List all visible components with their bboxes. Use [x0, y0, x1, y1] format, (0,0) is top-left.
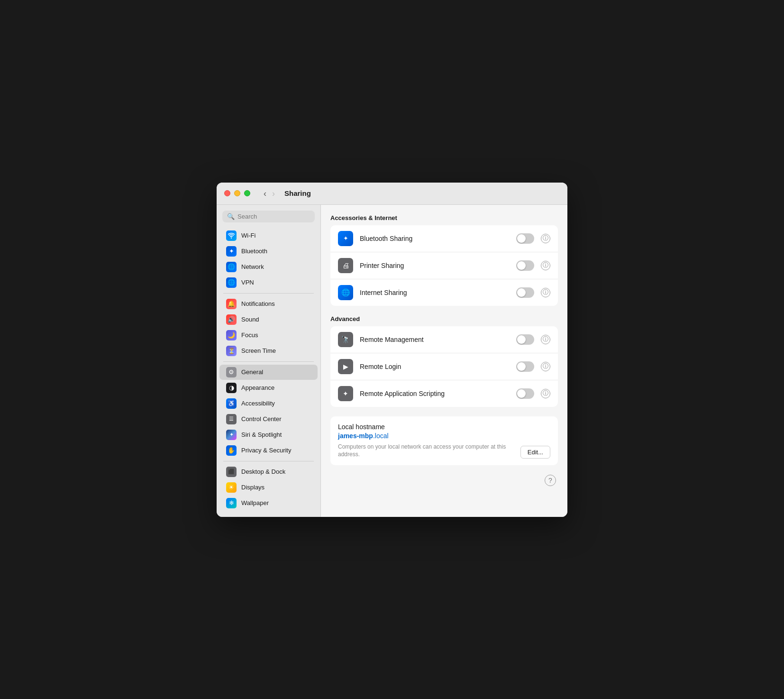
bottom-bar: ?: [330, 475, 558, 488]
divider: [223, 293, 314, 294]
sidebar-item-desktop[interactable]: ⬛ Desktop & Dock: [219, 464, 318, 479]
help-button[interactable]: ?: [545, 475, 556, 486]
bluetooth-sharing-label: Bluetooth Sharing: [360, 235, 510, 242]
screentime-icon: ⏳: [226, 346, 237, 356]
sidebar-item-siri[interactable]: ✦ Siri & Spotlight: [219, 427, 318, 442]
fullscreen-button[interactable]: [244, 190, 250, 196]
window-title: Sharing: [284, 189, 311, 197]
printer-sharing-info[interactable]: ⓘ: [541, 261, 550, 270]
search-input[interactable]: [237, 213, 310, 220]
system-preferences-window: ‹ › Sharing 🔍 Wi-Fi: [217, 183, 567, 517]
sidebar-item-general[interactable]: ⚙ General: [219, 365, 318, 380]
sidebar-item-screentime[interactable]: ⏳ Screen Time: [219, 343, 318, 359]
hostname-content: Local hostname james-mbp.local Computers…: [338, 423, 513, 459]
sidebar-item-label: Privacy & Security: [241, 447, 291, 454]
vpn-icon: 🌐: [226, 277, 237, 288]
divider: [223, 461, 314, 461]
sidebar-item-privacy[interactable]: ✋ Privacy & Security: [219, 443, 318, 458]
hostname-bold: james-mbp: [338, 432, 373, 440]
sidebar-item-label: Wi-Fi: [241, 232, 255, 239]
sidebar-item-label: Appearance: [241, 384, 274, 391]
printer-sharing-icon: 🖨: [338, 258, 353, 273]
hostname-label: Local hostname: [338, 423, 513, 431]
sidebar-item-label: Bluetooth: [241, 248, 267, 255]
bluetooth-icon: ✦: [226, 246, 237, 257]
remote-scripting-label: Remote Application Scripting: [360, 390, 510, 397]
sound-icon: 🔊: [226, 314, 237, 325]
minimize-button[interactable]: [234, 190, 240, 196]
remote-management-row: 🔭 Remote Management ⓘ: [330, 326, 558, 353]
desktop-icon: ⬛: [226, 467, 237, 477]
forward-button[interactable]: ›: [270, 189, 277, 198]
remote-login-label: Remote Login: [360, 363, 510, 370]
titlebar: ‹ › Sharing: [217, 183, 567, 205]
bluetooth-sharing-toggle[interactable]: [516, 233, 534, 244]
search-box[interactable]: 🔍: [222, 211, 315, 222]
sidebar-item-label: VPN: [241, 279, 254, 286]
remote-management-label: Remote Management: [360, 336, 510, 343]
hostname-description: Computers on your local network can acce…: [338, 443, 513, 459]
sidebar-item-notifications[interactable]: 🔔 Notifications: [219, 296, 318, 312]
printer-sharing-label: Printer Sharing: [360, 262, 510, 269]
remote-management-toggle[interactable]: [516, 334, 534, 345]
svg-text:✦: ✦: [343, 235, 348, 242]
sidebar: 🔍 Wi-Fi ✦ Bluetooth: [217, 205, 321, 517]
wifi-icon: [226, 230, 237, 241]
accessories-card: ✦ Bluetooth Sharing ⓘ 🖨 Printer Sharing …: [330, 225, 558, 306]
sidebar-item-appearance[interactable]: ◑ Appearance: [219, 380, 318, 395]
sidebar-item-sound[interactable]: 🔊 Sound: [219, 312, 318, 327]
notifications-icon: 🔔: [226, 299, 237, 309]
search-icon: 🔍: [227, 213, 235, 220]
sidebar-item-displays[interactable]: ☀ Displays: [219, 480, 318, 495]
remote-login-toggle[interactable]: [516, 361, 534, 372]
main-content: Accessories & Internet ✦ Bluetooth Shari…: [321, 205, 567, 517]
sidebar-item-wallpaper[interactable]: ❄ Wallpaper: [219, 496, 318, 511]
sidebar-item-label: Desktop & Dock: [241, 468, 285, 475]
sidebar-item-accessibility[interactable]: ♿ Accessibility: [219, 396, 318, 411]
remote-login-info[interactable]: ⓘ: [541, 362, 550, 371]
sidebar-item-bluetooth[interactable]: ✦ Bluetooth: [219, 244, 318, 259]
hostname-value: james-mbp.local: [338, 432, 513, 440]
sidebar-item-label: Network: [241, 263, 264, 270]
hostname-card: Local hostname james-mbp.local Computers…: [330, 416, 558, 466]
internet-sharing-toggle[interactable]: [516, 287, 534, 298]
general-icon: ⚙: [226, 367, 237, 377]
edit-button[interactable]: Edit...: [520, 446, 550, 459]
remote-scripting-toggle[interactable]: [516, 388, 534, 399]
internet-sharing-row: 🌐 Internet Sharing ⓘ: [330, 279, 558, 306]
accessibility-icon: ♿: [226, 398, 237, 409]
close-button[interactable]: [224, 190, 230, 196]
network-icon: 🌐: [226, 262, 237, 272]
back-button[interactable]: ‹: [262, 189, 268, 198]
sidebar-item-focus[interactable]: 🌙 Focus: [219, 328, 318, 343]
hostname-suffix: .local: [373, 432, 389, 440]
bluetooth-sharing-icon: ✦: [338, 231, 353, 246]
internet-sharing-info[interactable]: ⓘ: [541, 288, 550, 297]
printer-sharing-toggle[interactable]: [516, 260, 534, 271]
internet-sharing-icon: 🌐: [338, 285, 353, 300]
sidebar-item-label: Screen Time: [241, 347, 276, 354]
sidebar-item-controlcenter[interactable]: ☰ Control Center: [219, 412, 318, 427]
sidebar-item-label: Displays: [241, 484, 264, 491]
privacy-icon: ✋: [226, 445, 237, 456]
remote-management-info[interactable]: ⓘ: [541, 335, 550, 344]
nav-buttons: ‹ ›: [262, 189, 277, 198]
sidebar-item-label: Focus: [241, 331, 258, 339]
remote-scripting-info[interactable]: ⓘ: [541, 389, 550, 398]
sidebar-item-vpn[interactable]: 🌐 VPN: [219, 275, 318, 290]
remote-scripting-row: ✦ Remote Application Scripting ⓘ: [330, 380, 558, 407]
printer-sharing-row: 🖨 Printer Sharing ⓘ: [330, 252, 558, 279]
sidebar-item-network[interactable]: 🌐 Network: [219, 259, 318, 275]
sidebar-item-label: General: [241, 368, 263, 376]
sidebar-item-wifi[interactable]: Wi-Fi: [219, 228, 318, 243]
remote-login-row: ▶ Remote Login ⓘ: [330, 353, 558, 380]
remote-login-icon: ▶: [338, 359, 353, 374]
sidebar-item-label: Wallpaper: [241, 499, 269, 506]
bluetooth-sharing-info[interactable]: ⓘ: [541, 234, 550, 243]
divider: [223, 361, 314, 362]
remote-management-icon: 🔭: [338, 332, 353, 347]
appearance-icon: ◑: [226, 383, 237, 393]
sidebar-item-label: Sound: [241, 316, 259, 323]
sidebar-item-label: Siri & Spotlight: [241, 431, 282, 438]
displays-icon: ☀: [226, 482, 237, 493]
